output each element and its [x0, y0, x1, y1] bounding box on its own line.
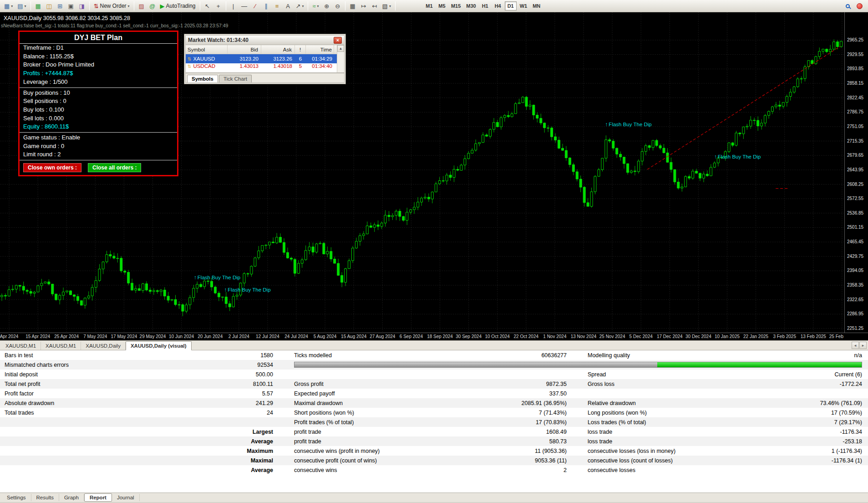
notification-badge-icon[interactable]	[857, 3, 863, 9]
report-label-1: Absolute drawdown	[0, 400, 200, 406]
report-panel: Bars in test1580Ticks modelled60636277Mo…	[0, 350, 868, 493]
timeframe-h4-button[interactable]: H4	[492, 1, 504, 10]
timeframe-w1-button[interactable]: W1	[518, 1, 530, 10]
toolbar-separator	[395, 1, 396, 10]
timeframe-m1-button[interactable]: M1	[423, 1, 435, 10]
new-chart-button[interactable]: ▦▾	[2, 1, 15, 11]
autotrading-button[interactable]: ▶AutoTrading	[158, 1, 198, 11]
profiles-button[interactable]: ▤▾	[15, 1, 28, 11]
metaeditor-button[interactable]: ▨	[136, 1, 147, 11]
tester-tab-journal[interactable]: Journal	[112, 494, 140, 501]
market-watch-tab-symbols[interactable]: Symbols	[187, 75, 218, 82]
price-axis[interactable]: 2965.252929.552893.852858.152822.452786.…	[844, 12, 868, 333]
auto-scroll-button[interactable]: ↦	[358, 1, 369, 11]
chart-tab[interactable]: XAUUSD,Daily (visual)	[126, 341, 192, 350]
tester-tab-results[interactable]: Results	[31, 494, 59, 501]
timeframe-m30-button[interactable]: M30	[464, 1, 478, 10]
date-axis-label: 24 Jul 2024	[284, 334, 308, 339]
timeframe-m5-button[interactable]: M5	[436, 1, 448, 10]
market-watch-tabs: SymbolsTick Chart	[185, 73, 345, 83]
report-value-2: 9053.36 (11)	[451, 457, 567, 464]
zoom-out-button[interactable]: ⊖	[332, 1, 343, 11]
horizontal-line-tool-button[interactable]: ―	[239, 1, 250, 11]
indicators-button[interactable]: ≈▾	[310, 1, 321, 11]
close-icon[interactable]: ×	[334, 37, 342, 44]
chart-tab[interactable]: XAUUSD,Daily	[81, 342, 126, 350]
market-watch-row-xauusd[interactable]: ⇅XAUUSD3123.203123.26601:34:29	[186, 54, 337, 63]
vertical-line-tool-button[interactable]: |	[228, 1, 239, 11]
terminal-button[interactable]: ▣	[66, 1, 76, 11]
report-row: Absolute drawdown241.29Maximal drawdown2…	[0, 398, 868, 408]
chart-area: ↑Flash Buy The Dip↑Flash Buy The Dip↑Fla…	[0, 12, 868, 340]
report-value-3: -1176.34 (1)	[724, 457, 868, 464]
market-watch-button[interactable]: ▦	[33, 1, 44, 11]
timeframe-m15-button[interactable]: M15	[449, 1, 463, 10]
report-label-1: Initial deposit	[0, 371, 200, 378]
zoom-in-button[interactable]: ⊕	[321, 1, 332, 11]
tab-scroll-left-icon[interactable]: ◂	[852, 342, 859, 349]
trendline-overlay[interactable]	[647, 46, 840, 169]
chart-ohlc-info: XAUUSD,Daily 3055.98 3086.82 3034.25 308…	[4, 15, 130, 21]
report-row: Mismatched charts errors92534	[0, 360, 868, 370]
tester-tab-graph[interactable]: Graph	[59, 494, 84, 501]
panel-line: Sell positions : 0	[20, 97, 177, 106]
channel-tool-button[interactable]: ∥	[261, 1, 272, 11]
report-row: Total net profit8100.11Gross profit9872.…	[0, 379, 868, 389]
report-value-1: 1580	[200, 352, 273, 359]
tester-tab-report[interactable]: Report	[84, 493, 112, 502]
report-label-2: consecutive profit (count of wins)	[294, 457, 451, 464]
timeframe-h1-button[interactable]: H1	[479, 1, 491, 10]
date-axis[interactable]: Apr 202415 Apr 202425 Apr 20247 May 2024…	[0, 333, 844, 340]
close-all-orders-button[interactable]: Close all orders :	[88, 163, 141, 172]
panel-line: Buy positions : 10	[20, 89, 177, 98]
tab-scroll-right-icon[interactable]: ▸	[859, 342, 867, 349]
fibonacci-tool-button[interactable]: ≡	[272, 1, 283, 11]
dropdown-arrow-icon: ▾	[317, 4, 319, 8]
chart-shift-button[interactable]: ↤	[369, 1, 380, 11]
chart-ea-info: sNewBars:false bet_sig:-1 totals:11 flag…	[1, 23, 228, 28]
market-watch-column-bid[interactable]: Bid	[228, 45, 261, 54]
vertical-line-tool-icon: |	[233, 3, 234, 9]
arrows-tool-icon: ↗	[296, 3, 301, 9]
price-axis-label: 2858.15	[847, 81, 863, 86]
text-tool-button[interactable]: A	[283, 1, 294, 11]
crosshair-tool-button[interactable]: +	[213, 1, 224, 11]
new-order-button[interactable]: ⇅New Order▾	[91, 1, 132, 11]
cursor-tool-button[interactable]: ↖	[202, 1, 213, 11]
market-watch-column-[interactable]: !	[295, 45, 306, 54]
date-axis-label: 30 Sep 2024	[456, 334, 482, 339]
report-label-3: Relative drawdown	[588, 400, 724, 406]
fibonacci-tool-icon: ≡	[275, 3, 279, 9]
symbol-cell: ⇅XAUUSD	[186, 56, 228, 62]
arrows-tool-button[interactable]: ↗▾	[294, 1, 306, 11]
market-watch-scrollbar[interactable]: ▲	[337, 45, 344, 72]
strategy-tester-button[interactable]: ◨	[76, 1, 87, 11]
scroll-up-icon[interactable]: ▲	[337, 45, 344, 52]
market-watch-column-ask[interactable]: Ask	[261, 45, 295, 54]
date-axis-label: 13 Feb 2025	[801, 334, 826, 339]
search-button[interactable]	[842, 1, 853, 11]
timeframe-mn-button[interactable]: MN	[530, 1, 543, 10]
market-watch-column-symbol[interactable]: Symbol	[186, 45, 228, 54]
price-axis-label: 2572.55	[847, 196, 863, 201]
tile-windows-button[interactable]: ▦	[347, 1, 358, 11]
data-window-icon: ◫	[46, 3, 51, 9]
navigator-button[interactable]: ⊞	[55, 1, 66, 11]
price-axis-label: 2394.05	[847, 268, 863, 273]
chart-tab[interactable]: XAUUSD,M1	[41, 342, 81, 350]
close-own-orders-button[interactable]: Close own orders :	[23, 163, 81, 172]
new-chart-icon: ▦	[4, 3, 10, 9]
timeframe-d1-button[interactable]: D1	[505, 1, 517, 10]
trendline-tool-button[interactable]: ∕	[250, 1, 261, 11]
data-window-button[interactable]: ◫	[44, 1, 55, 11]
market-watch-titlebar[interactable]: Market Watch: 01:34:40 ×	[185, 35, 345, 45]
market-watch-column-time[interactable]: Time	[306, 45, 334, 54]
date-axis-label: 22 Jan 2025	[743, 334, 768, 339]
market-watch-tab-tick-chart[interactable]: Tick Chart	[219, 75, 252, 82]
market-watch-row-usdcad[interactable]: ⇅USDCAD1.430131.43018501:34:40	[186, 63, 337, 69]
tester-tab-settings[interactable]: Settings	[2, 494, 31, 501]
templates-button[interactable]: ▧▾	[380, 1, 393, 11]
report-label-2: Maximal drawdown	[294, 400, 451, 406]
chart-tab[interactable]: XAUUSD,M1	[1, 342, 41, 350]
mql5-button[interactable]: @	[147, 1, 158, 11]
